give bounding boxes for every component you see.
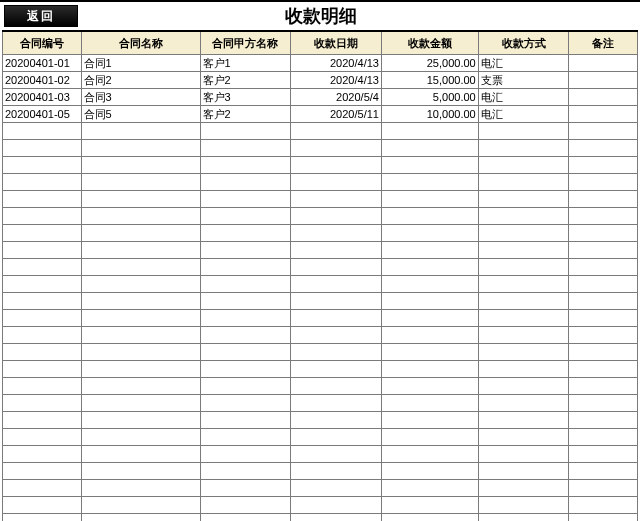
header-bar: 返回 收款明细 — [0, 2, 640, 30]
table-row-empty — [3, 395, 638, 412]
cell-remark — [569, 106, 638, 123]
table-row-empty — [3, 157, 638, 174]
cell-date: 2020/4/13 — [291, 55, 382, 72]
cell-date: 2020/5/4 — [291, 89, 382, 106]
table-row-empty — [3, 276, 638, 293]
cell-name: 合同3 — [81, 89, 200, 106]
table-header-row: 合同编号 合同名称 合同甲方名称 收款日期 收款金额 收款方式 备注 — [3, 31, 638, 55]
table-row[interactable]: 20200401-01合同1客户12020/4/1325,000.00电汇 — [3, 55, 638, 72]
table-row-empty — [3, 123, 638, 140]
table-row-empty — [3, 174, 638, 191]
table-row-empty — [3, 429, 638, 446]
table-row-empty — [3, 378, 638, 395]
table-row-empty — [3, 344, 638, 361]
col-header-name: 合同名称 — [81, 31, 200, 55]
table-row-empty — [3, 327, 638, 344]
table-row-empty — [3, 140, 638, 157]
col-header-id: 合同编号 — [3, 31, 82, 55]
cell-party: 客户2 — [200, 106, 291, 123]
cell-method: 电汇 — [478, 106, 569, 123]
cell-party: 客户2 — [200, 72, 291, 89]
cell-remark — [569, 55, 638, 72]
cell-amount: 25,000.00 — [381, 55, 478, 72]
table-row-empty — [3, 463, 638, 480]
col-header-party: 合同甲方名称 — [200, 31, 291, 55]
cell-date: 2020/5/11 — [291, 106, 382, 123]
table-row-empty — [3, 191, 638, 208]
table-row-empty — [3, 310, 638, 327]
table-row-empty — [3, 446, 638, 463]
table-row-empty — [3, 480, 638, 497]
cell-id: 20200401-02 — [3, 72, 82, 89]
cell-party: 客户1 — [200, 55, 291, 72]
table-row-empty — [3, 514, 638, 522]
cell-remark — [569, 72, 638, 89]
cell-remark — [569, 89, 638, 106]
table-row[interactable]: 20200401-02合同2客户22020/4/1315,000.00支票 — [3, 72, 638, 89]
table-row-empty — [3, 208, 638, 225]
cell-id: 20200401-05 — [3, 106, 82, 123]
col-header-date: 收款日期 — [291, 31, 382, 55]
page-title: 收款明细 — [2, 4, 640, 28]
cell-method: 支票 — [478, 72, 569, 89]
table-row-empty — [3, 293, 638, 310]
cell-id: 20200401-03 — [3, 89, 82, 106]
table-row-empty — [3, 242, 638, 259]
receipts-table: 合同编号 合同名称 合同甲方名称 收款日期 收款金额 收款方式 备注 20200… — [2, 30, 638, 521]
table-row-empty — [3, 497, 638, 514]
cell-party: 客户3 — [200, 89, 291, 106]
cell-method: 电汇 — [478, 89, 569, 106]
cell-amount: 15,000.00 — [381, 72, 478, 89]
col-header-amount: 收款金额 — [381, 31, 478, 55]
col-header-method: 收款方式 — [478, 31, 569, 55]
col-header-remark: 备注 — [569, 31, 638, 55]
table-row-empty — [3, 412, 638, 429]
cell-name: 合同5 — [81, 106, 200, 123]
cell-name: 合同2 — [81, 72, 200, 89]
table-row-empty — [3, 361, 638, 378]
table-row[interactable]: 20200401-05合同5客户22020/5/1110,000.00电汇 — [3, 106, 638, 123]
table-row[interactable]: 20200401-03合同3客户32020/5/45,000.00电汇 — [3, 89, 638, 106]
cell-amount: 5,000.00 — [381, 89, 478, 106]
cell-date: 2020/4/13 — [291, 72, 382, 89]
table-row-empty — [3, 225, 638, 242]
cell-id: 20200401-01 — [3, 55, 82, 72]
cell-amount: 10,000.00 — [381, 106, 478, 123]
cell-name: 合同1 — [81, 55, 200, 72]
table-row-empty — [3, 259, 638, 276]
cell-method: 电汇 — [478, 55, 569, 72]
